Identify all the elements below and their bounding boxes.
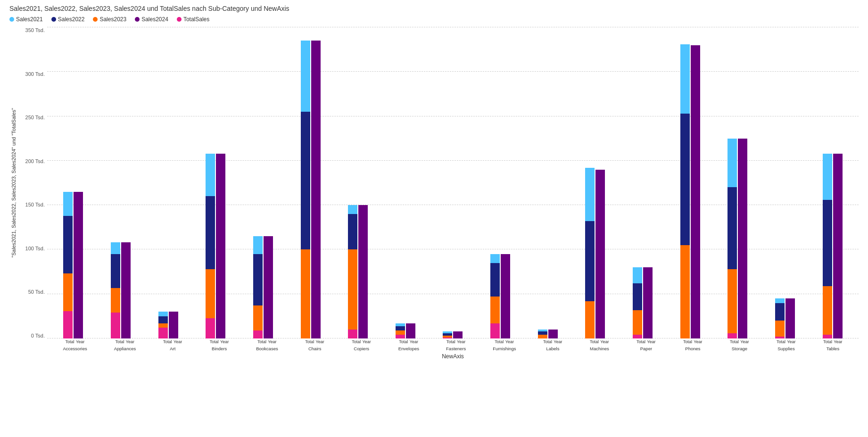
legend-item-sales2021: Sales2021 (9, 16, 43, 23)
bar-stack-year (406, 323, 415, 338)
bar-segment-pink (633, 335, 642, 338)
x-cat-label: Furnishings (493, 346, 516, 351)
x-cat-label: Storage (732, 346, 747, 351)
bar-segment-pink (111, 313, 120, 338)
x-label-group: TotalYearAccessories (63, 339, 87, 351)
x-sub-label-year: Year (740, 339, 749, 345)
bar-segment-s2022 (633, 283, 642, 310)
bar-segment-s2021 (158, 312, 168, 316)
x-label-group: TotalYearFurnishings (493, 339, 516, 351)
bar-stack-total (727, 139, 737, 338)
bar-segment-s2022 (63, 216, 73, 274)
bar-stack-total (775, 298, 785, 338)
x-sub-label-year: Year (362, 339, 372, 345)
bar-stack-year (169, 312, 178, 338)
category-group (253, 236, 273, 338)
bar-stack-year (358, 205, 368, 338)
x-label-group: TotalYearAppliances (114, 339, 136, 351)
category-group (348, 205, 368, 338)
y-tick: 0 Tsd. (18, 333, 45, 338)
x-sub-label-year: Year (693, 339, 703, 345)
legend-item-sales2024: Sales2024 (135, 16, 168, 23)
x-cat-label: Envelopes (398, 346, 419, 351)
bar-segment-s2022 (348, 214, 357, 249)
x-sub-label-year: Year (409, 339, 419, 345)
bar-segment-s2021 (63, 192, 73, 216)
x-sub-label-total: Total (543, 339, 552, 345)
x-label-group: TotalYearMachines (589, 339, 609, 351)
bar-stack-year (453, 331, 463, 338)
bar-segment-s2023 (775, 321, 785, 337)
x-sub-label-year: Year (456, 339, 466, 345)
x-cat-label: Fasteners (446, 346, 466, 351)
bar-stack-total (348, 205, 357, 338)
category-group (823, 154, 843, 338)
x-cat-label: Binders (212, 346, 227, 351)
bar-segment-s2023 (633, 310, 642, 335)
bar-segment-s2021 (490, 254, 500, 263)
x-sub-label-total: Total (823, 339, 832, 345)
bar-stack-year (121, 242, 131, 338)
x-sub-label-total: Total (352, 339, 361, 345)
category-group (63, 192, 83, 338)
category-group (396, 323, 415, 338)
bar-segment-pink (63, 311, 73, 338)
x-label-group: TotalYearChairs (305, 339, 325, 351)
bar-stack-total (301, 41, 310, 338)
x-cat-label: Art (170, 346, 175, 351)
bar-segment-s2023 (348, 249, 357, 330)
bar-stack-total (490, 254, 500, 338)
bar-segment-s2023 (538, 335, 547, 338)
bar-stack-total (111, 242, 120, 338)
bar-segment-s2022 (158, 316, 168, 323)
bar-segment-s2023 (111, 288, 120, 313)
bar-segment-pink (253, 330, 263, 338)
bar-stack-year (785, 298, 795, 338)
legend-dot (51, 17, 56, 22)
x-sub-label-year: Year (505, 339, 514, 345)
x-sub-label-total: Total (257, 339, 266, 345)
legend-item-totalsales: TotalSales (177, 16, 209, 23)
bar-segment-s2023 (727, 269, 737, 333)
bar-segment-pink (823, 335, 832, 338)
bar-segment-pink (775, 337, 785, 338)
x-sub-label-year: Year (646, 339, 656, 345)
x-sub-label-total: Total (399, 339, 408, 345)
bar-segment-s2022 (680, 114, 690, 245)
x-label-group: TotalYearSupplies (776, 339, 796, 351)
bar-stack-total (585, 168, 595, 338)
x-sub-label-total: Total (683, 339, 692, 345)
bar-segment-s2021 (775, 298, 785, 303)
bar-segment-s2023 (490, 297, 500, 323)
bar-segment-pink (396, 335, 405, 338)
bar-segment-s2023 (206, 269, 215, 318)
x-label-group: TotalYearBinders (209, 339, 229, 351)
bar-stack-total (823, 154, 832, 338)
x-cat-label: Tables (827, 346, 839, 351)
bar-stack-total (253, 236, 263, 338)
y-tick: 150 Tsd. (18, 202, 45, 207)
category-group (585, 168, 605, 338)
bar-stack-total (63, 192, 73, 338)
legend-item-sales2022: Sales2022 (51, 16, 85, 23)
bar-segment-s2022 (585, 221, 595, 301)
x-label-group: TotalYearPhones (683, 339, 703, 351)
x-sub-label-total: Total (305, 339, 314, 345)
x-sub-label-total: Total (446, 339, 455, 345)
bar-stack-total (443, 331, 452, 338)
bar-segment-s2022 (253, 254, 263, 305)
bar-stack-total (680, 44, 690, 338)
x-cat-label: Chairs (308, 346, 321, 351)
bar-stack-year (738, 139, 747, 338)
x-label-group: TotalYearTables (823, 339, 843, 351)
bar-segment-s2022 (206, 196, 215, 269)
x-sub-label-year: Year (315, 339, 325, 345)
bar-segment-s2021 (253, 236, 263, 254)
bar-segment-pink (727, 333, 737, 338)
bar-segment-s2022 (490, 263, 500, 297)
bar-segment-s2023 (253, 305, 263, 330)
category-group (490, 254, 510, 338)
bar-segment-s2023 (63, 273, 73, 311)
x-label-group: TotalYearCopiers (352, 339, 372, 351)
y-tick: 100 Tsd. (18, 246, 45, 251)
